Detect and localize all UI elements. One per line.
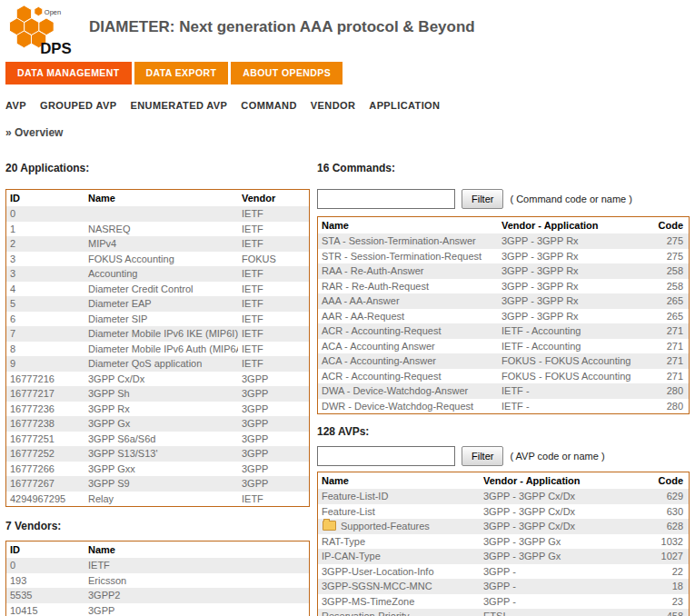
main-nav: DATA MANAGEMENTDATA EXPORTABOUT OPENDPS [5,62,690,84]
subnav-link-grouped-avp[interactable]: GROUPED AVP [40,100,116,111]
table-cell: IETF [238,206,310,222]
table-cell: IETF [238,356,310,372]
table-cell: 3GPP - [480,594,640,610]
table-cell: 8 [6,342,85,357]
table-cell: 3GPP - 3GPP Rx [498,309,643,324]
table-cell: 3GPP - 3GPP Rx [498,263,643,279]
table-cell: 271 [643,339,690,354]
table-row: 5Diameter EAPIETF [6,296,310,312]
table-cell: FOKUS - FOKUS Accounting [498,369,643,384]
table-cell: 5 [6,296,85,312]
table-cell: 275 [643,233,690,249]
command-filter-button[interactable]: Filter [462,189,503,209]
table-cell: 3GPP-User-Location-Info [318,564,481,580]
table-cell: 3GPP [238,416,310,432]
table-header-row: NameVendor - ApplicationCode [318,472,690,490]
table-cell: Feature-List [318,504,481,520]
table-cell: 3GPP [238,446,310,462]
table-row: 167772363GPP Rx3GPP [6,402,310,417]
table-cell: 258 [643,263,690,279]
applications-table: IDNameVendor 0IETF1NASREQIETF2MIPv4IETF3… [5,189,310,507]
table-cell: ACR - Accounting-Request [318,323,499,339]
table-cell: 193 [6,573,85,589]
table-row: 167772383GPP Gx3GPP [6,416,310,432]
subnav-link-vendor[interactable]: VENDOR [311,100,355,111]
table-cell: 3GPP - 3GPP Gx [480,549,640,564]
table-cell: 458 [640,609,690,616]
command-filter-input[interactable] [317,189,455,209]
table-cell: 3GPP - 3GPP Rx [498,293,643,309]
table-cell: NASREQ [84,222,238,237]
table-row: 3FOKUS AccountingFOKUS [6,252,310,267]
left-column: 20 Applications: IDNameVendor 0IETF1NASR… [5,162,310,616]
table-row: 167772673GPP S93GPP [6,476,310,492]
avp-filter-input[interactable] [317,446,455,466]
table-row: AAA - AA-Answer3GPP - 3GPP Rx265 [318,293,690,309]
table-cell: 1032 [640,534,690,550]
nav-tab-about-opendps[interactable]: ABOUT OPENDPS [231,62,343,84]
table-cell: Diameter Mobile IPv6 Auth (MIP6A) [84,342,238,357]
table-cell: 16777252 [6,446,85,462]
avp-filter-button[interactable]: Filter [462,446,503,466]
table-row: Supported-Features3GPP - 3GPP Cx/Dx628 [318,519,690,534]
subnav-link-command[interactable]: COMMAND [241,100,296,111]
table-row: DWA - Device-Watchdog-AnswerIETF -280 [318,383,690,399]
table-cell: 3GPP-MS-TimeZone [318,594,481,610]
table-row: 193Ericsson [6,573,310,589]
table-cell: 1027 [640,549,690,564]
table-row: Reservation-PriorityETSI -458 [318,609,690,616]
table-row: 4294967295RelayIETF [6,492,310,507]
table-cell: ACA - Accounting-Answer [318,353,499,369]
table-row: 1NASREQIETF [6,222,310,237]
table-cell: 3GPP Rx [84,402,238,417]
table-cell: AAA - AA-Answer [318,293,499,309]
column-header: Code [643,217,690,234]
content-columns: 20 Applications: IDNameVendor 0IETF1NASR… [5,162,690,616]
table-cell: Supported-Features [318,519,481,534]
table-cell: 3GPP Gx [84,416,238,432]
nav-tab-data-export[interactable]: DATA EXPORT [134,62,229,84]
avps-heading: 128 AVPs: [317,425,690,438]
table-cell: 265 [643,309,690,324]
table-row: 3AccountingIETF [6,266,310,282]
table-cell: 3GPP [238,386,310,402]
folder-icon [323,521,336,531]
table-row: 8Diameter Mobile IPv6 Auth (MIP6A)IETF [6,342,310,357]
breadcrumb-marker: » [5,126,12,139]
nav-tab-data-management[interactable]: DATA MANAGEMENT [5,62,132,84]
table-cell: 3GPP - 3GPP Cx/Dx [480,519,640,534]
table-cell: 3GPP [238,402,310,417]
table-cell: 3GPP - 3GPP Cx/Dx [480,489,640,504]
column-header: Name [318,472,481,490]
subnav-link-application[interactable]: APPLICATION [369,100,440,111]
table-cell: IETF [84,558,310,573]
subnav-link-avp[interactable]: AVP [5,100,26,111]
table-cell: RAA - Re-Auth-Answer [318,263,499,279]
table-cell: IETF [238,266,310,282]
table-cell: IETF [238,342,310,357]
table-cell: 4 [6,282,85,297]
table-row: 9Diameter QoS applicationIETF [6,356,310,372]
commands-heading: 16 Commands: [317,162,690,174]
column-header: Name [84,541,310,559]
table-cell: 23 [640,594,690,610]
table-row: ACA - Accounting-AnswerFOKUS - FOKUS Acc… [318,353,690,369]
table-cell: 16777216 [6,372,85,387]
table-row: 6Diameter SIPIETF [6,312,310,327]
table-cell: 3GPP Cx/Dx [84,372,238,387]
table-cell: 630 [640,504,690,520]
table-header-row: NameVendor - ApplicationCode [318,217,690,234]
table-cell: Accounting [84,266,238,282]
table-cell: IETF [238,312,310,327]
subnav-link-enumerated-avp[interactable]: ENUMERATED AVP [130,100,227,111]
table-row: AAR - AA-Request3GPP - 3GPP Rx265 [318,309,690,324]
avp-filter: Filter ( AVP code or name ) [317,446,690,466]
table-cell: 280 [643,383,690,399]
table-cell: 628 [640,519,690,534]
table-cell: 3GPP [238,432,310,447]
opendps-logo[interactable]: Open DPS [5,5,80,57]
table-cell: 18 [640,579,690,594]
table-cell: 271 [643,323,690,339]
table-header-row: IDName [6,541,310,559]
command-filter: Filter ( Command code or name ) [317,189,690,209]
